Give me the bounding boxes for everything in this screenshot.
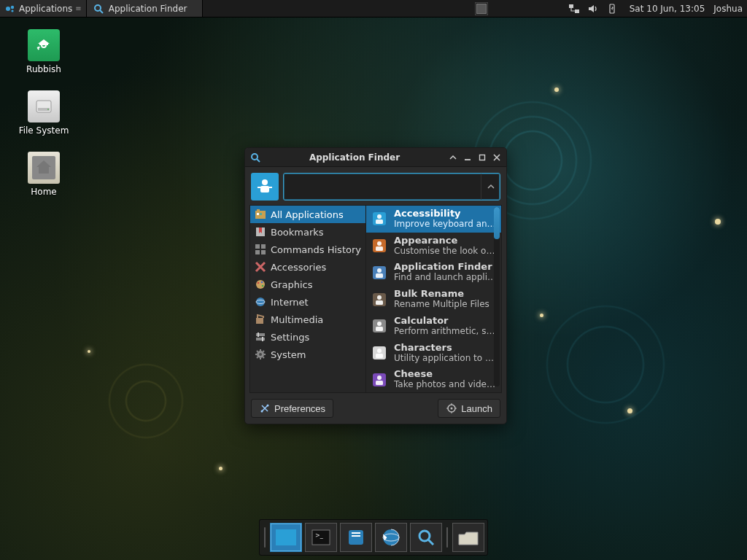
category-item-multimedia[interactable]: Multimedia <box>250 311 365 328</box>
category-label: All Applications <box>271 209 344 220</box>
desktop-icon-home[interactable]: Home <box>15 152 73 197</box>
window-maximize-button[interactable] <box>477 152 487 163</box>
desktop-icon-rubbish[interactable]: Rubbish <box>15 29 73 74</box>
window-minimize-button[interactable] <box>462 152 473 163</box>
dock-handle[interactable] <box>263 523 267 552</box>
app-item-characters[interactable]: CharactersUtility application to fi... <box>366 340 501 367</box>
app-desc: Find and launch applic... <box>394 273 497 283</box>
dock-item-home-folder[interactable] <box>452 523 484 552</box>
desktop-icon-label: Home <box>31 187 56 197</box>
user-label: Joshua <box>713 4 743 14</box>
dock-item-appfinder[interactable] <box>410 523 442 552</box>
svg-rect-61 <box>376 381 383 385</box>
multimedia-icon <box>255 314 266 325</box>
category-item-all-applications[interactable]: All Applications <box>250 206 365 223</box>
clock-label: Sat 10 Jun, 13:05 <box>630 4 705 14</box>
svg-rect-73 <box>276 529 296 545</box>
svg-rect-77 <box>352 532 360 534</box>
app-item-application-finder[interactable]: Application FinderFind and launch applic… <box>366 259 501 286</box>
category-item-accessories[interactable]: Accessories <box>250 258 365 276</box>
svg-point-31 <box>262 285 264 287</box>
app-title: Bulk Rename <box>394 289 489 300</box>
svg-point-48 <box>377 268 382 273</box>
svg-point-3 <box>95 5 101 11</box>
panel-top: Applications ≡ Application Finder Sat 10… <box>0 0 747 18</box>
category-item-graphics[interactable]: Graphics <box>250 276 365 293</box>
magnifier-icon <box>93 3 104 15</box>
svg-rect-46 <box>376 246 383 251</box>
category-item-settings[interactable]: Settings <box>250 328 365 346</box>
category-list[interactable]: All ApplicationsBookmarksCommands Histor… <box>249 205 366 393</box>
power-icon[interactable] <box>606 3 618 15</box>
svg-point-65 <box>261 411 263 413</box>
svg-rect-17 <box>258 187 260 188</box>
graphics-icon <box>255 279 266 290</box>
svg-point-28 <box>256 280 265 289</box>
dock-item-web-browser[interactable] <box>375 523 407 552</box>
internet-icon <box>255 296 266 308</box>
preferences-button[interactable]: Preferences <box>251 399 333 418</box>
svg-rect-36 <box>256 338 265 341</box>
launch-icon <box>446 402 457 414</box>
taskbar-item-appfinder[interactable]: Application Finder <box>86 0 203 17</box>
svg-rect-35 <box>256 333 265 336</box>
app-desc: Take photos and video... <box>394 380 497 390</box>
scrollbar-thumb[interactable] <box>494 207 500 239</box>
window-close-button[interactable] <box>492 152 502 163</box>
app-title: Accessibility <box>394 209 497 219</box>
network-icon[interactable] <box>568 3 580 15</box>
svg-rect-43 <box>376 219 383 224</box>
app-item-accessibility[interactable]: AccessibilityImprove keyboard and... <box>366 206 501 233</box>
window-collapse-button[interactable] <box>448 152 458 163</box>
category-label: Internet <box>271 297 309 308</box>
svg-rect-78 <box>352 535 360 537</box>
app-item-calculator[interactable]: CalculatorPerform arithmetic, sc... <box>366 313 501 340</box>
category-hero-icon <box>251 173 279 201</box>
settings-icon <box>255 331 266 343</box>
workspace-switcher[interactable] <box>475 2 488 15</box>
taskbar-item-label: Application Finder <box>109 4 187 14</box>
svg-point-66 <box>267 405 269 407</box>
desktop-icon-filesystem[interactable]: File System <box>15 90 73 136</box>
category-item-internet[interactable]: Internet <box>250 293 365 311</box>
application-list[interactable]: AccessibilityImprove keyboard and...Appe… <box>366 205 502 393</box>
system-icon <box>255 349 266 360</box>
launch-button[interactable]: Launch <box>438 399 500 418</box>
titlebar[interactable]: Application Finder <box>245 148 506 167</box>
dock: >_ <box>259 519 488 556</box>
bookmark-icon <box>255 226 266 238</box>
app-desc: Perform arithmetic, sc... <box>394 327 497 337</box>
svg-rect-25 <box>261 244 266 249</box>
svg-rect-5 <box>569 4 573 8</box>
svg-rect-22 <box>260 213 262 215</box>
svg-point-40 <box>259 353 262 356</box>
svg-rect-18 <box>269 187 272 188</box>
svg-rect-27 <box>261 250 266 254</box>
launch-label: Launch <box>461 403 492 414</box>
dock-item-files[interactable] <box>340 523 372 552</box>
dock-item-terminal[interactable]: >_ <box>305 523 337 552</box>
app-item-cheese[interactable]: CheeseTake photos and video... <box>366 366 501 392</box>
svg-point-51 <box>377 295 382 300</box>
app-item-appearance[interactable]: AppearanceCustomise the look of... <box>366 233 501 260</box>
svg-rect-49 <box>376 273 383 278</box>
search-input[interactable] <box>284 174 481 200</box>
svg-point-29 <box>258 282 260 284</box>
applications-menu-button[interactable]: Applications ≡ <box>0 0 86 17</box>
system-tray <box>561 0 625 17</box>
category-item-commands-history[interactable]: Commands History <box>250 241 365 258</box>
app-title: Application Finder <box>394 262 497 273</box>
category-item-system[interactable]: System <box>250 346 365 363</box>
svg-point-2 <box>11 9 13 12</box>
clock[interactable]: Sat 10 Jun, 13:05 <box>625 0 710 17</box>
svg-rect-6 <box>575 9 579 13</box>
svg-point-54 <box>377 322 382 326</box>
app-item-bulk-rename[interactable]: Bulk RenameRename Multiple Files <box>366 286 501 313</box>
svg-point-57 <box>377 349 382 353</box>
volume-icon[interactable] <box>587 3 599 15</box>
dock-item-show-desktop[interactable] <box>270 523 302 552</box>
svg-point-81 <box>419 531 430 541</box>
category-item-bookmarks[interactable]: Bookmarks <box>250 223 365 241</box>
user-menu[interactable]: Joshua <box>709 0 747 17</box>
search-dropdown-button[interactable] <box>481 174 500 200</box>
